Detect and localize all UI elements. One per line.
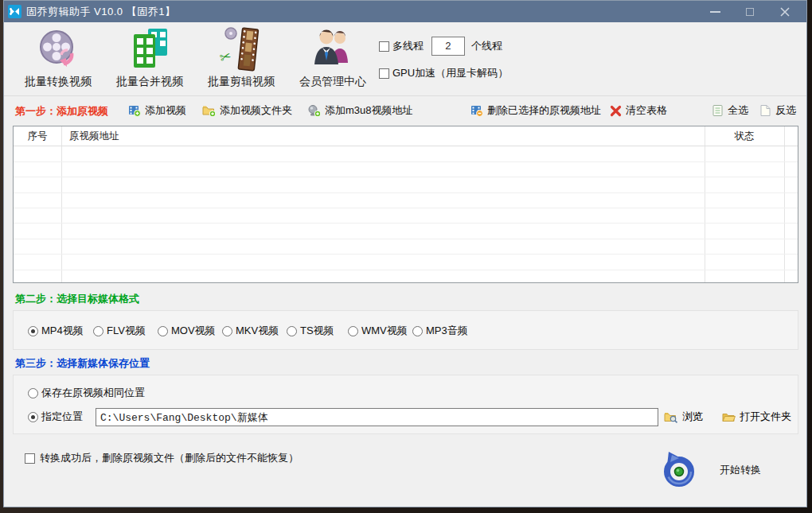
browse-label: 浏览	[682, 410, 703, 424]
format-label: MP4视频	[41, 324, 84, 338]
document-lines-icon	[712, 104, 724, 117]
batch-cut-button[interactable]: ✂ 批量剪辑视频	[197, 25, 286, 94]
same-location-radio[interactable]: 保存在原视频相同位置	[28, 386, 145, 400]
format-radio-flv[interactable]: FLV视频	[93, 324, 146, 338]
invert-selection-button[interactable]: 反选	[759, 103, 796, 119]
step1-bar: 第一步：添加原视频 添加视频 添加视频文件夹	[4, 96, 806, 126]
merge-filmstrips-icon	[127, 25, 173, 73]
table-body-empty	[14, 146, 798, 282]
select-all-button[interactable]: 全选	[712, 103, 748, 119]
format-radio-wmv[interactable]: WMV视频	[348, 324, 408, 338]
radio-icon	[158, 326, 168, 336]
add-video-folder-button[interactable]: 添加视频文件夹	[202, 103, 292, 119]
url-add-icon	[307, 104, 321, 117]
blue-circular-arrow-icon	[661, 451, 697, 489]
radio-icon	[287, 326, 297, 336]
delete-selected-button[interactable]: 删除已选择的原视频地址	[470, 103, 601, 119]
format-label: WMV视频	[361, 324, 408, 338]
batch-merge-button[interactable]: 批量合并视频	[105, 25, 194, 94]
format-radio-mp3[interactable]: MP3音频	[412, 324, 468, 338]
add-video-folder-label: 添加视频文件夹	[220, 103, 292, 118]
gpu-checkbox[interactable]	[379, 68, 389, 79]
clear-table-button[interactable]: 清空表格	[610, 103, 667, 119]
thread-count-input[interactable]	[431, 37, 465, 56]
radio-icon	[93, 326, 103, 336]
column-header-status: 状态	[705, 126, 784, 146]
select-all-label: 全选	[728, 103, 748, 118]
same-location-label: 保存在原视频相同位置	[41, 386, 145, 400]
minimize-button[interactable]	[701, 1, 728, 22]
add-m3u8-button[interactable]: 添加m3u8视频地址	[307, 103, 413, 119]
open-folder-icon	[722, 411, 736, 423]
radio-icon	[28, 412, 38, 422]
format-radio-mov[interactable]: MOV视频	[158, 324, 216, 338]
delete-after-label: 转换成功后，删除原视频文件（删除后的文件不能恢复）	[40, 451, 299, 465]
add-m3u8-label: 添加m3u8视频地址	[325, 103, 413, 118]
multithread-checkbox[interactable]	[379, 41, 389, 52]
toolbar-item-label: 批量转换视频	[25, 75, 92, 89]
add-video-button[interactable]: 添加视频	[128, 103, 186, 119]
format-groupbox: MP4视频 FLV视频 MOV视频 MKV视频 TS视频 WMV视频 MP3音频	[13, 310, 798, 350]
column-header-source: 原视频地址	[61, 126, 705, 146]
film-remove-icon	[470, 104, 483, 117]
gpu-row: GPU加速（用显卡解码）	[379, 67, 508, 80]
format-label: MKV视频	[236, 324, 279, 338]
radio-icon	[348, 326, 358, 336]
video-table[interactable]: 序号 原视频地址 状态	[13, 126, 798, 283]
document-blank-icon	[759, 104, 771, 117]
toolbar-item-label: 批量合并视频	[116, 75, 183, 89]
format-label: MOV视频	[171, 324, 216, 338]
window-title: 固乔剪辑助手 V10.0 【固乔1】	[26, 5, 175, 19]
main-toolbar: 批量转换视频 批量合并视频	[4, 22, 806, 96]
format-radio-mp4[interactable]: MP4视频	[28, 324, 84, 338]
app-window: 固乔剪辑助手 V10.0 【固乔1】	[3, 0, 807, 507]
toolbar-item-label: 批量剪辑视频	[208, 75, 275, 89]
film-reel-icon	[35, 25, 81, 73]
format-label: FLV视频	[107, 324, 146, 338]
app-icon	[8, 5, 21, 18]
radio-icon	[222, 326, 232, 336]
close-button[interactable]	[771, 1, 798, 22]
film-add-icon	[128, 104, 141, 117]
custom-location-radio[interactable]: 指定位置	[28, 410, 83, 424]
svg-text:✂: ✂	[218, 49, 233, 66]
title-bar: 固乔剪辑助手 V10.0 【固乔1】	[4, 1, 806, 22]
gpu-label: GPU加速（用显卡解码）	[392, 66, 508, 80]
minimize-icon	[710, 11, 720, 13]
format-label: MP3音频	[426, 324, 468, 338]
maximize-button[interactable]	[736, 1, 763, 22]
close-icon	[780, 7, 790, 17]
radio-icon	[28, 326, 38, 336]
browse-button[interactable]: 浏览	[664, 410, 703, 424]
save-location-groupbox: 保存在原视频相同位置 指定位置 浏览 打开文件夹	[13, 375, 798, 434]
format-radio-ts[interactable]: TS视频	[287, 324, 334, 338]
format-radio-mkv[interactable]: MKV视频	[222, 324, 279, 338]
radio-icon	[28, 388, 38, 398]
column-header-index: 序号	[14, 126, 61, 146]
folder-search-icon	[664, 411, 678, 423]
open-folder-label: 打开文件夹	[740, 410, 791, 424]
maximize-icon	[746, 8, 754, 16]
step1-title: 第一步：添加原视频	[15, 104, 108, 119]
table-header: 序号 原视频地址 状态	[14, 126, 798, 146]
custom-location-label: 指定位置	[41, 410, 83, 424]
radio-icon	[412, 326, 423, 336]
add-video-label: 添加视频	[145, 103, 186, 118]
batch-convert-button[interactable]: 批量转换视频	[14, 25, 103, 94]
save-path-input[interactable]	[96, 408, 658, 426]
start-convert-button[interactable]: 开始转换	[661, 448, 788, 492]
members-people-icon	[310, 25, 356, 73]
clear-table-label: 清空表格	[626, 103, 667, 118]
delete-after-checkbox	[25, 453, 35, 464]
step2-title: 第二步：选择目标媒体格式	[15, 292, 139, 306]
delete-after-convert-checkbox-row[interactable]: 转换成功后，删除原视频文件（删除后的文件不能恢复）	[25, 451, 299, 465]
thread-suffix-label: 个线程	[471, 39, 502, 53]
delete-selected-label: 删除已选择的原视频地址	[487, 103, 601, 118]
member-center-button[interactable]: 会员管理中心	[288, 25, 377, 94]
folder-add-icon	[202, 104, 216, 117]
invert-selection-label: 反选	[775, 103, 796, 118]
open-folder-button[interactable]: 打开文件夹	[722, 410, 791, 424]
cut-filmstrip-icon: ✂	[218, 25, 264, 73]
toolbar-item-label: 会员管理中心	[299, 75, 366, 89]
start-convert-label: 开始转换	[720, 463, 761, 477]
